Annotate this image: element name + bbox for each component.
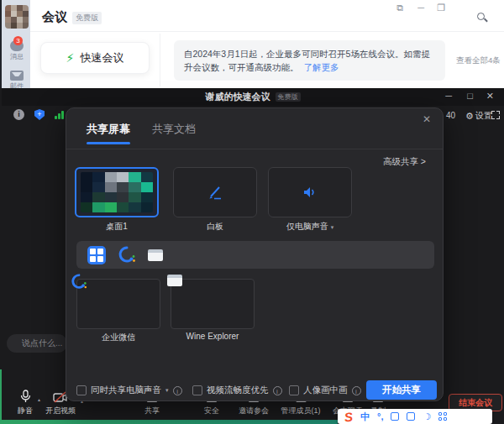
window-icon[interactable]	[148, 249, 163, 261]
divider	[66, 149, 443, 149]
source-computer-audio[interactable]	[268, 167, 352, 217]
window-label: 企业微信	[72, 332, 165, 343]
ime-punctuation-toggle[interactable]: °,	[377, 411, 383, 421]
minimize-button[interactable]: ─	[445, 91, 452, 101]
option-video-fluency[interactable]: 视频流畅度优先 i	[192, 385, 282, 396]
window-icon	[167, 275, 182, 286]
learn-more-link[interactable]: 了解更多	[304, 62, 339, 72]
window-wine-explorer[interactable]	[171, 279, 255, 329]
source-desktop1[interactable]	[75, 167, 159, 217]
minimize-button[interactable]: ─	[417, 3, 424, 13]
unread-badge: 3	[13, 36, 23, 45]
all-apps-grid-icon[interactable]	[87, 246, 106, 264]
source-whiteboard[interactable]	[173, 167, 257, 217]
toolbar-label: 静音	[18, 406, 33, 416]
speaker-icon	[302, 186, 318, 199]
info-icon[interactable]: i	[273, 386, 282, 395]
info-icon[interactable]: i	[173, 386, 182, 395]
ime-simplified-icon[interactable]	[391, 412, 399, 421]
gear-icon: ⚙	[465, 111, 474, 122]
page-title: 会议	[42, 9, 67, 25]
ime-toolbar: S 中 °, ☽	[338, 409, 492, 424]
chat-input[interactable]: 说点什么...	[7, 334, 67, 353]
toolbar-label: 邀请参会	[239, 406, 269, 416]
meeting-titlebar: 谢威的快速会议 免费版 ─ □ ✕	[2, 88, 504, 106]
network-signal-icon	[55, 110, 64, 119]
notice-banner: 自2024年3月1日起，企业最多可同时召开5场在线会议。如需提升会议数，可开通高…	[174, 40, 445, 81]
checkbox[interactable]	[289, 385, 299, 395]
microphone-icon	[20, 390, 31, 404]
window-label: Wine Explorer	[166, 332, 259, 341]
toolbar-members[interactable]: 管理成员(1)	[281, 399, 321, 416]
mail-icon	[10, 71, 24, 81]
source-label: 白板	[173, 221, 257, 233]
maximize-button[interactable]: □	[467, 91, 473, 101]
source-label: 桌面1	[75, 221, 159, 233]
sidebar-item-messages[interactable]: 3 消息	[2, 40, 32, 61]
start-share-button[interactable]: 开始共享	[366, 380, 437, 400]
ime-language-toggle[interactable]: 中	[360, 411, 370, 423]
tab-share-document[interactable]: 共享文档	[152, 122, 196, 137]
screen: 3 消息 邮件 会议 免费版 ⧉ ─ ❐ ⚡ 快速会议 自2024年3月1日起，…	[0, 0, 504, 424]
ime-menu-grid-icon[interactable]	[438, 412, 447, 421]
quick-meeting-label: 快速会议	[80, 50, 123, 65]
app-sidebar: 3 消息 邮件	[0, 0, 30, 88]
moon-icon[interactable]: ☽	[423, 411, 431, 422]
toolbar-share[interactable]: 共享	[144, 399, 160, 416]
caret-down-icon[interactable]: ▾	[165, 387, 169, 394]
ime-logo-icon[interactable]: S	[344, 409, 354, 424]
share-screen-dialog: ✕ 共享屏幕 共享文档 高级共享 > 桌面1 白板 仅电脑声音 ▾	[66, 107, 444, 401]
popout-icon[interactable]: ⧉	[396, 3, 403, 13]
active-tab-indicator	[87, 142, 130, 144]
advanced-share-link[interactable]: 高级共享 >	[383, 156, 426, 168]
toolbar-invite[interactable]: 邀请参会	[239, 399, 269, 416]
chat-placeholder: 说点什么...	[22, 338, 62, 349]
app-filter-bar	[76, 241, 434, 269]
desktop-thumbnail	[81, 172, 153, 212]
security-shield-icon[interactable]	[34, 109, 45, 120]
close-button[interactable]: ✕	[486, 91, 494, 102]
tab-share-screen[interactable]: 共享屏幕	[87, 122, 130, 137]
toolbar-label: 共享	[144, 406, 160, 416]
caret-down-icon[interactable]: ▾	[331, 224, 334, 230]
view-all-link[interactable]: 查看全部4条	[456, 55, 501, 66]
pen-icon	[207, 185, 223, 200]
quick-meeting-button[interactable]: ⚡ 快速会议	[40, 42, 150, 74]
option-label: 人像画中画	[303, 385, 348, 396]
toolbar-label: 管理成员(1)	[281, 406, 321, 416]
option-label: 同时共享电脑声音	[91, 385, 161, 396]
dialog-close-icon[interactable]: ✕	[423, 113, 431, 125]
meeting-title: 谢威的快速会议	[206, 91, 270, 103]
fullscreen-icon[interactable]	[491, 111, 500, 119]
option-label: 视频流畅度优先	[207, 385, 269, 396]
divider	[160, 34, 160, 86]
bolt-icon: ⚡	[66, 52, 75, 64]
ime-traditional-icon[interactable]	[407, 412, 415, 421]
info-icon[interactable]: i	[352, 386, 361, 395]
search-icon[interactable]	[477, 13, 487, 23]
checkbox[interactable]	[192, 385, 202, 395]
window-wecom[interactable]	[76, 279, 160, 329]
meeting-info-icon[interactable]: i	[13, 109, 24, 120]
meeting-free-badge: 免费版	[276, 92, 301, 102]
toolbar-label: 安全	[204, 406, 219, 416]
avatar[interactable]	[5, 5, 29, 29]
free-version-badge: 免费版	[72, 12, 102, 24]
app-header: 会议 免费版 ⧉ ─ ❐	[30, 0, 504, 32]
toolbar-label: 开启视频	[45, 406, 76, 416]
option-share-computer-audio[interactable]: 同时共享电脑声音 ▾ i	[76, 385, 182, 396]
maximize-button[interactable]: ❐	[437, 3, 445, 13]
desktop-wallpaper-edge	[0, 420, 338, 424]
option-portrait-pip[interactable]: 人像画中画 i	[289, 385, 361, 396]
wecom-logo-icon[interactable]	[117, 245, 137, 265]
wecom-app-window: 3 消息 邮件 会议 免费版 ⧉ ─ ❐ ⚡ 快速会议 自2024年3月1日起，…	[0, 0, 504, 88]
settings-button[interactable]: ⚙ 设置	[465, 110, 492, 122]
toolbar-mute[interactable]: ▴ 静音	[18, 390, 33, 416]
meeting-timer: 40	[446, 111, 455, 120]
caret-up-icon[interactable]: ▴	[38, 396, 40, 402]
settings-label: 设置	[475, 110, 492, 122]
wecom-logo-icon	[70, 273, 88, 291]
source-label: 仅电脑声音 ▾	[268, 221, 352, 233]
checkbox[interactable]	[76, 385, 87, 395]
toolbar-security[interactable]: 安全	[204, 399, 219, 416]
